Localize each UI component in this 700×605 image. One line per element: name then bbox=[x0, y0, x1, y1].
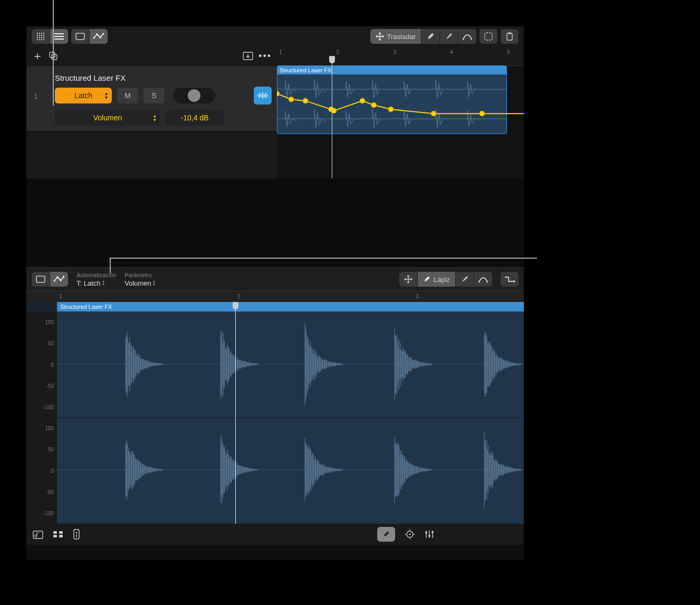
mute-button[interactable]: M bbox=[117, 88, 138, 103]
amplitude-axis: 100 50 0 -50 -100 100 50 0 -50 -100 bbox=[26, 311, 57, 524]
svg-point-69 bbox=[76, 532, 78, 534]
curve-tool-button[interactable] bbox=[474, 272, 492, 287]
edit-mode-button[interactable] bbox=[377, 527, 395, 542]
grid-view-button[interactable] bbox=[32, 29, 50, 44]
editor-playhead[interactable] bbox=[235, 302, 236, 524]
selection-button[interactable] bbox=[480, 29, 497, 44]
step-icon bbox=[504, 276, 515, 283]
brush-icon bbox=[461, 275, 469, 283]
automation-mode-button[interactable] bbox=[501, 272, 519, 287]
editor-ruler[interactable]: 1 2 3 bbox=[26, 291, 524, 302]
add-track-button[interactable]: ＋ bbox=[32, 48, 43, 64]
settings-button[interactable] bbox=[425, 530, 434, 539]
region-view-button[interactable] bbox=[71, 29, 89, 44]
svg-rect-28 bbox=[508, 33, 511, 34]
ruler-tick: 4 bbox=[450, 49, 453, 55]
main-toolbar: Trasladar bbox=[26, 26, 524, 46]
curve-icon bbox=[463, 33, 472, 40]
app-window: Trasladar ＋ + bbox=[26, 26, 524, 560]
chevron-icon: ▴▾ bbox=[153, 280, 155, 286]
curve-tool-button[interactable] bbox=[458, 29, 476, 44]
automation-view-button[interactable] bbox=[50, 272, 68, 287]
track-row[interactable]: 1 Structured Laser FX Latch ▴▾ M S bbox=[26, 65, 277, 131]
automation-param-select[interactable]: Volumen ▴▾ bbox=[55, 110, 160, 126]
editor-waveform bbox=[57, 311, 524, 524]
track-name: Structured Laser FX bbox=[32, 70, 272, 87]
svg-rect-66 bbox=[59, 531, 63, 534]
empty-timeline-area bbox=[26, 178, 524, 267]
snap-button[interactable] bbox=[405, 529, 415, 540]
arrangement-timeline[interactable]: 1 2 3 4 5 Structured Laser FX bbox=[277, 46, 524, 178]
svg-point-21 bbox=[96, 33, 98, 35]
svg-point-1 bbox=[39, 33, 40, 34]
pencil-icon bbox=[423, 276, 430, 283]
editor-clip-name: Structured Laser FX bbox=[57, 302, 524, 311]
brush-tool-button[interactable] bbox=[455, 272, 474, 287]
move-tool-button[interactable] bbox=[399, 272, 417, 287]
automation-param-display[interactable]: Parámetro Volumen▴▾ bbox=[124, 272, 155, 287]
svg-point-10 bbox=[41, 37, 42, 38]
svg-point-9 bbox=[39, 37, 40, 38]
more-button[interactable]: ••• bbox=[258, 51, 272, 62]
bar-ruler[interactable]: 1 2 3 4 5 bbox=[277, 46, 524, 66]
svg-point-11 bbox=[43, 37, 44, 38]
editor-view-group bbox=[32, 272, 68, 287]
svg-rect-26 bbox=[485, 33, 492, 40]
import-button[interactable] bbox=[243, 52, 253, 60]
view-mode-group bbox=[32, 29, 68, 44]
svg-point-2 bbox=[41, 33, 42, 34]
automation-mode-select[interactable]: Latch ▴▾ bbox=[55, 88, 112, 103]
solo-button[interactable]: S bbox=[143, 88, 165, 103]
svg-point-81 bbox=[428, 535, 430, 537]
clip-waveform bbox=[277, 74, 506, 134]
clipboard-icon bbox=[505, 32, 514, 41]
svg-point-82 bbox=[431, 531, 434, 533]
ruler-tick: 3 bbox=[393, 49, 396, 55]
svg-point-55 bbox=[60, 279, 62, 281]
track-number: 1 bbox=[34, 92, 37, 100]
svg-rect-27 bbox=[507, 33, 512, 40]
track-area: ＋ + ••• 1 Structured Laser FX Latch bbox=[26, 46, 524, 178]
svg-point-14 bbox=[41, 39, 42, 40]
automation-value-display[interactable]: -10,4 dB bbox=[166, 110, 224, 126]
ruler-tick: 1 bbox=[279, 49, 282, 55]
move-tool-label: Trasladar bbox=[387, 33, 416, 41]
pencil-tool-button[interactable]: Lápiz bbox=[417, 272, 455, 287]
svg-point-80 bbox=[425, 532, 427, 534]
svg-rect-64 bbox=[53, 531, 57, 534]
automation-view-button[interactable] bbox=[89, 29, 108, 44]
pencil-icon bbox=[426, 32, 435, 41]
svg-rect-67 bbox=[59, 535, 63, 537]
library-button[interactable] bbox=[33, 530, 43, 539]
audio-editor[interactable]: 1 2 3 Structured Laser FX 100 50 0 -50 -… bbox=[26, 291, 524, 524]
waveform-icon bbox=[257, 92, 269, 99]
clip-name: Structured Laser FX bbox=[277, 66, 506, 74]
clipboard-button[interactable] bbox=[501, 29, 519, 44]
automation-mode-display[interactable]: Automatización T: Latch▴▾ bbox=[76, 272, 116, 287]
audio-clip[interactable]: Structured Laser FX bbox=[277, 65, 507, 134]
move-icon bbox=[404, 275, 413, 283]
pencil-tool-button[interactable] bbox=[421, 29, 439, 44]
move-tool-button[interactable]: Trasladar bbox=[370, 29, 421, 44]
playhead[interactable] bbox=[332, 56, 332, 178]
automation-param-row: Volumen ▴▾ -10,4 dB bbox=[32, 105, 272, 126]
svg-point-0 bbox=[37, 33, 38, 34]
brush-tool-button[interactable] bbox=[439, 29, 458, 44]
track-type-icon[interactable] bbox=[254, 87, 272, 105]
ruler-tick: 2 bbox=[336, 49, 339, 55]
curve-icon bbox=[478, 276, 488, 283]
svg-point-72 bbox=[409, 534, 411, 535]
svg-point-4 bbox=[37, 35, 38, 36]
pan-slider[interactable] bbox=[173, 88, 215, 103]
svg-rect-65 bbox=[53, 535, 57, 537]
chevron-icon: ▴▾ bbox=[154, 114, 156, 122]
mixer-button[interactable] bbox=[53, 531, 63, 538]
svg-point-7 bbox=[43, 35, 44, 36]
region-view-button[interactable] bbox=[32, 272, 50, 287]
svg-point-22 bbox=[99, 36, 101, 39]
plugin-button[interactable] bbox=[73, 529, 80, 540]
chevron-icon: ▴▾ bbox=[105, 91, 108, 100]
svg-rect-52 bbox=[36, 276, 45, 282]
callout-line-vertical bbox=[53, 0, 54, 106]
ruler-tick: 3 bbox=[416, 293, 419, 299]
